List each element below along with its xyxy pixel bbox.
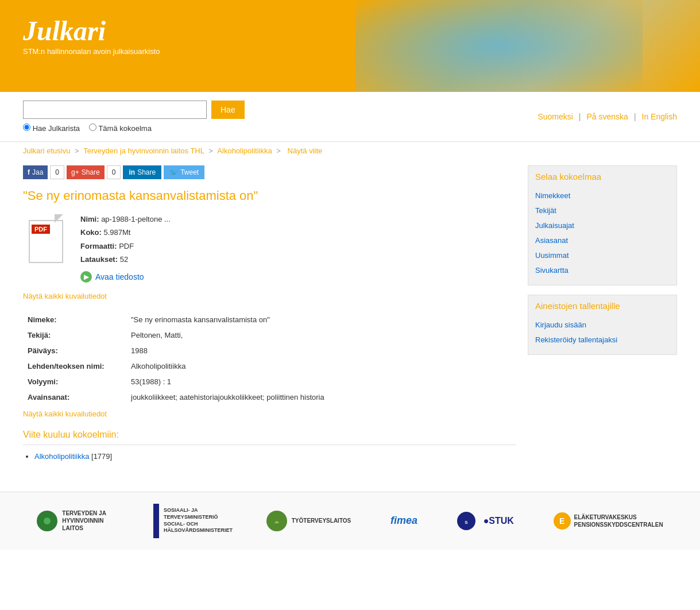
meta-label-paivayd: Päiväys: xyxy=(23,343,126,358)
file-format-label: Formaatti: xyxy=(80,242,117,250)
meta-row-avainsanat: Avainsanat: joukkoliikkeet; aatehistoria… xyxy=(23,389,516,405)
lang-suomeksi[interactable]: Suomeksi xyxy=(537,112,573,121)
twitter-share-button[interactable]: 🐦 Tweet xyxy=(164,165,204,179)
meta-row-tekija: Tekijä: Peltonen, Matti, xyxy=(23,327,516,343)
meta-value-volyymi: 53(1988) : 1 xyxy=(126,374,516,389)
meta-row-paivayd: Päiväys: 1988 xyxy=(23,343,516,358)
logo-area: Julkari STM:n hallinnonalan avoin julkai… xyxy=(23,17,160,56)
viite-title: Viite kuuluu kokoelmiin: xyxy=(23,430,516,445)
linkedin-icon: in xyxy=(129,168,135,176)
sidebar-link-kirjaudu[interactable]: Kirjaudu sisään xyxy=(535,318,670,333)
stuk-icon: S xyxy=(457,512,475,530)
metadata-table: Nimeke: "Se ny erinomasta kansanvalistam… xyxy=(23,312,516,405)
lang-separator-1: | xyxy=(579,112,581,121)
pdf-icon: PDF xyxy=(26,214,66,263)
breadcrumb-sep-3: > xyxy=(276,146,283,155)
language-links: Suomeksi | På svenska | In English xyxy=(537,112,677,121)
radio-julkarista[interactable]: Hae Julkarista xyxy=(23,123,80,133)
breadcrumb-sep-1: > xyxy=(75,146,81,155)
file-downloads-row: Lataukset: 52 xyxy=(80,253,171,266)
logo-subtitle: STM:n hallinnonalan avoin julkaisuarkist… xyxy=(23,47,160,56)
breadcrumb-sep-2: > xyxy=(208,146,215,155)
meta-row-lehden: Lehden/teoksen nimi: Alkoholipolitiikka xyxy=(23,358,516,374)
sidebar-link-tekijat[interactable]: Tekijät xyxy=(535,203,670,218)
main-layout: f Jaa 0 g+ Share 0 in Share 🐦 Tweet "Se … xyxy=(0,160,700,474)
thl-svg xyxy=(40,514,54,528)
lang-separator-2: | xyxy=(634,112,636,121)
lang-svenska[interactable]: På svenska xyxy=(587,112,628,121)
file-size-label: Koko: xyxy=(80,228,102,237)
sidebar-browse-box: Selaa kokoelmaa Nimekkeet Tekijät Julkai… xyxy=(528,165,677,285)
tyo-icon xyxy=(266,511,287,531)
breadcrumb-julkari[interactable]: Julkari etusivu xyxy=(23,146,70,155)
open-file-icon: ▶ xyxy=(80,271,92,283)
file-downloads-val: 52 xyxy=(120,255,128,264)
tyo-text: Työterveyslaitos xyxy=(292,517,351,524)
stm-text: SOSIAALI- JA TERVEYSMINISTERIÖSOCIAL- OC… xyxy=(164,507,227,534)
sidebar: Selaa kokoelmaa Nimekkeet Tekijät Julkai… xyxy=(528,165,677,463)
file-size-row: Koko: 5.987Mt xyxy=(80,226,171,239)
meta-value-nimeke: "Se ny erinomasta kansanvalistamista on" xyxy=(126,312,516,327)
search-bar: Hae Hae Julkarista Tämä kokoelma Suomeks… xyxy=(0,92,700,142)
radio-kokoelma[interactable]: Tämä kokoelma xyxy=(89,123,152,133)
lang-english[interactable]: In English xyxy=(642,112,677,121)
search-input[interactable] xyxy=(23,101,207,119)
sidebar-link-asiasanat[interactable]: Asiasanat xyxy=(535,233,670,248)
twitter-icon: 🐦 xyxy=(169,168,178,176)
viite-link[interactable]: Alkoholipolitiikka xyxy=(34,452,89,461)
linkedin-share-button[interactable]: in Share xyxy=(123,165,161,179)
gplus-share-button[interactable]: g+ Share xyxy=(67,165,105,179)
facebook-count: 0 xyxy=(50,165,64,179)
open-file-link[interactable]: Avaa tiedosto xyxy=(95,272,144,281)
meta-label-tekija: Tekijä: xyxy=(23,327,126,343)
breadcrumb-current: Näytä viite xyxy=(288,146,323,155)
footer-logo-stm: SOSIAALI- JA TERVEYSMINISTERIÖSOCIAL- OC… xyxy=(153,504,227,538)
radio-julkarista-input[interactable] xyxy=(23,123,30,131)
radio-kokoelma-input[interactable] xyxy=(89,123,96,131)
twitter-share-label: Tweet xyxy=(180,168,199,176)
viite-list: Alkoholipolitiikka [1779] xyxy=(34,452,516,461)
meta-value-lehden: Alkoholipolitiikka xyxy=(126,358,516,374)
search-left: Hae Hae Julkarista Tämä kokoelma xyxy=(23,101,537,133)
search-radios: Hae Julkarista Tämä kokoelma xyxy=(23,123,537,133)
file-downloads-label: Lataukset: xyxy=(80,255,118,264)
sidebar-link-uusimmat[interactable]: Uusimmat xyxy=(535,248,670,263)
svg-text:S: S xyxy=(465,520,468,525)
sidebar-link-nimekkeet[interactable]: Nimekkeet xyxy=(535,188,670,203)
breadcrumb-alko[interactable]: Alkoholipolitiikka xyxy=(217,146,272,155)
footer-logo-elake: E EläketurvakeskusPENSIONSSKYDDSCENTRALE… xyxy=(554,512,663,530)
footer-logo-thl: TERVEYDEN JA HYVINVOINNIN LAITOS xyxy=(37,509,114,532)
pdf-icon-wrap: PDF xyxy=(23,213,69,264)
search-button[interactable]: Hae xyxy=(211,101,245,119)
footer: TERVEYDEN JA HYVINVOINNIN LAITOS SOSIAAL… xyxy=(0,492,700,550)
file-format-val: PDF xyxy=(119,242,134,250)
elake-icon: E xyxy=(554,512,571,530)
sidebar-browse-content: Nimekkeet Tekijät Julkaisuajat Asiasanat… xyxy=(528,186,676,285)
file-details-block: Nimi: ap-1988-1-peltone ... Koko: 5.987M… xyxy=(80,213,171,283)
gplus-count: 0 xyxy=(107,165,121,179)
gplus-icon: g+ xyxy=(71,168,79,176)
facebook-share-label: Jaa xyxy=(32,168,43,176)
header-image xyxy=(355,0,643,92)
sidebar-link-rekisteroidy[interactable]: Rekisteröidy tallentajaksi xyxy=(535,333,670,348)
file-format-row: Formaatti: PDF xyxy=(80,240,171,253)
footer-logo-stuk: S ●STUK xyxy=(457,512,514,530)
breadcrumb-thl[interactable]: Terveyden ja hyvinvoinnin laitos THL xyxy=(83,146,204,155)
thl-text: TERVEYDEN JA HYVINVOINNIN LAITOS xyxy=(62,509,114,532)
sidebar-link-julkaisuajat[interactable]: Julkaisuajat xyxy=(535,218,670,233)
footer-logo-tyo: Työterveyslaitos xyxy=(266,511,351,531)
show-all-kuvailutiedot-bottom[interactable]: Näytä kaikki kuvailutiedot xyxy=(23,410,516,418)
file-info-area: PDF Nimi: ap-1988-1-peltone ... Koko: 5.… xyxy=(23,213,516,283)
facebook-share-button[interactable]: f Jaa xyxy=(23,165,48,179)
elake-text: EläketurvakeskusPENSIONSSKYDDSCENTRALEN xyxy=(574,514,663,528)
meta-row-volyymi: Volyymi: 53(1988) : 1 xyxy=(23,374,516,389)
meta-label-lehden: Lehden/teoksen nimi: xyxy=(23,358,126,374)
show-all-kuvailutiedot-top[interactable]: Näytä kaikki kuvailutiedot xyxy=(23,292,516,300)
viite-section: Viite kuuluu kokoelmiin: Alkoholipolitii… xyxy=(23,430,516,461)
pdf-fold xyxy=(55,214,63,223)
logo-text: Julkari xyxy=(23,17,160,45)
meta-value-avainsanat: joukkoliikkeet; aatehistoriajoukkoliikke… xyxy=(126,389,516,405)
thl-icon xyxy=(37,511,57,531)
sidebar-link-sivukartta[interactable]: Sivukartta xyxy=(535,263,670,278)
tyo-svg xyxy=(271,515,283,527)
